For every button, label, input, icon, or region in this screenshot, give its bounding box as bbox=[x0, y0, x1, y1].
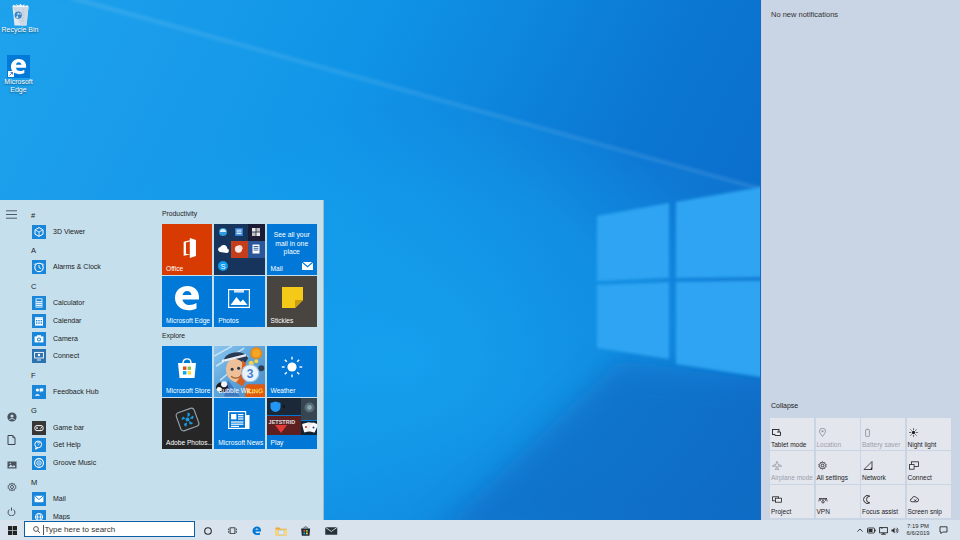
svg-text:?: ? bbox=[37, 442, 40, 448]
svg-text:3: 3 bbox=[247, 367, 254, 381]
svg-text:S: S bbox=[220, 261, 225, 270]
